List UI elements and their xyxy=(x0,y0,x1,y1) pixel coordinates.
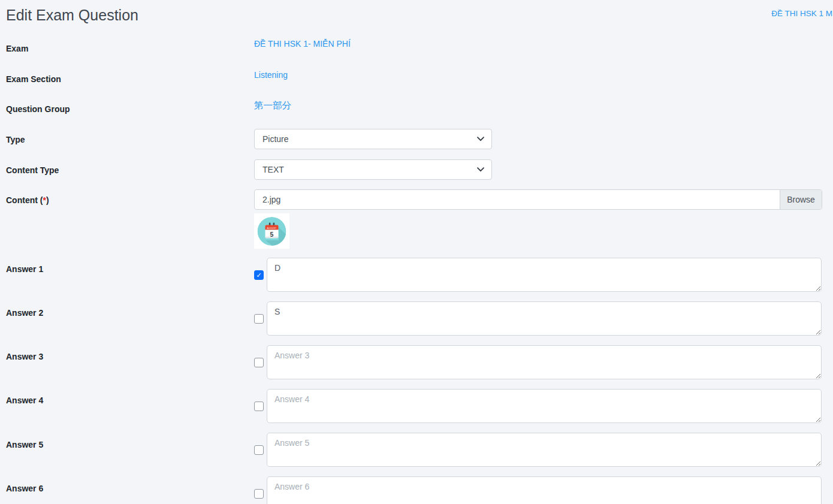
exam-section-label: Exam Section xyxy=(6,74,61,84)
answer-2-textarea[interactable]: S xyxy=(267,301,822,336)
content-type-select-wrap: TEXT xyxy=(254,159,492,180)
type-select[interactable]: Picture xyxy=(254,129,492,149)
answer-4-label: Answer 4 xyxy=(6,396,43,405)
answer-5-checkbox[interactable]: ✓ xyxy=(254,445,264,455)
content-label: Content (*) xyxy=(6,195,49,205)
exam-value-link[interactable]: ĐỀ THI HSK 1- MIỄN PHÍ xyxy=(254,39,351,49)
answer-3-label: Answer 3 xyxy=(6,352,43,361)
answer-6-label: Answer 6 xyxy=(6,484,43,493)
answer-3-checkbox[interactable]: ✓ xyxy=(254,358,264,367)
type-label: Type xyxy=(6,135,25,144)
answer-5-label: Answer 5 xyxy=(6,440,43,449)
answer-2-checkbox[interactable]: ✓ xyxy=(254,314,264,324)
svg-text:5: 5 xyxy=(270,231,274,238)
answer-1-textarea[interactable]: D xyxy=(267,258,822,292)
svg-text:AUGUST: AUGUST xyxy=(267,227,277,230)
breadcrumb-exam-link[interactable]: ĐỀ THI HSK 1 M xyxy=(771,9,832,18)
answer-5-textarea[interactable] xyxy=(267,433,822,467)
browse-button[interactable]: Browse xyxy=(780,190,822,209)
answer-1-checkbox[interactable]: ✓ xyxy=(254,270,264,280)
answer-1-label: Answer 1 xyxy=(6,264,43,274)
calendar-august-5-icon: AUGUST 5 xyxy=(254,213,289,249)
file-name-text: 2.jpg xyxy=(255,190,780,209)
answer-3-textarea[interactable] xyxy=(267,345,822,379)
page-title: Edit Exam Question xyxy=(6,7,138,24)
question-group-label: Question Group xyxy=(6,104,70,114)
content-thumbnail: AUGUST 5 xyxy=(254,213,289,249)
content-type-label: Content Type xyxy=(6,165,59,175)
answer-6-textarea[interactable] xyxy=(267,476,822,504)
content-type-select[interactable]: TEXT xyxy=(254,159,492,180)
exam-section-value-link[interactable]: Listening xyxy=(254,70,288,80)
type-select-wrap: Picture xyxy=(254,129,492,149)
answer-4-checkbox[interactable]: ✓ xyxy=(254,402,264,411)
answer-4-textarea[interactable] xyxy=(267,389,822,423)
checkmark-icon: ✓ xyxy=(255,271,263,279)
exam-label: Exam xyxy=(6,44,28,53)
content-file-input[interactable]: 2.jpg Browse xyxy=(254,189,822,210)
answer-6-checkbox[interactable]: ✓ xyxy=(254,489,264,499)
answer-2-label: Answer 2 xyxy=(6,308,43,318)
question-group-value-link[interactable]: 第一部分 xyxy=(254,99,291,112)
